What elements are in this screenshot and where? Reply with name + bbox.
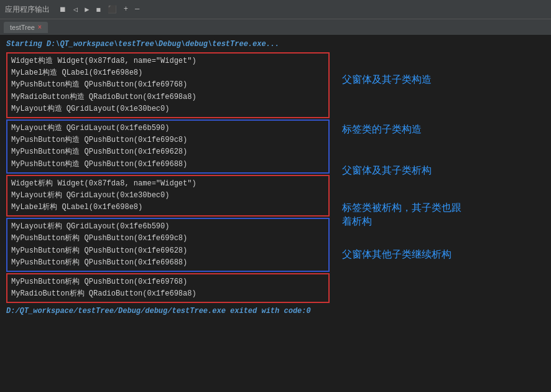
- code-line: MyPushButton析构 QPushButton(0x1fe69768): [11, 276, 325, 288]
- code-line: MyLayout析构 QGridLayout(0x1fe6b590): [11, 221, 325, 233]
- code-line: MyPushButton构造 QPushButton(0x1fe699c8): [11, 134, 325, 146]
- code-line: MyLabel构造 QLabel(0x1fe698e8): [11, 67, 325, 79]
- code-block-1: Widget构造 Widget(0x87fda8, name="Widget")…: [6, 52, 330, 118]
- annotation-1-text: 父窗体及其子类构造: [342, 73, 432, 86]
- code-line: MyRadioButton构造 QRadioButton(0x1fe698a8): [11, 91, 325, 103]
- tab-close-icon[interactable]: ×: [38, 24, 42, 30]
- stop2-icon[interactable]: ⬛: [106, 4, 119, 16]
- code-block-4: MyLayout析构 QGridLayout(0x1fe6b590) MyPus…: [6, 218, 330, 272]
- content-layout: Widget构造 Widget(0x87fda8, name="Widget")…: [6, 52, 545, 304]
- toolbar-icons: ⏹ ◁ ▶ ◼ ⬛ + —: [57, 4, 141, 16]
- code-line: MyLayout构造 QGridLayout(0x1e30bec0): [11, 103, 325, 115]
- toolbar-title: 应用程序输出: [5, 4, 50, 15]
- annotation-4-text: 标签类被析构，其子类也跟着析构: [342, 201, 461, 229]
- code-line: MyPushButton析构 QPushButton(0x1fe69688): [11, 257, 325, 269]
- code-line: MyLayout构造 QGridLayout(0x1fe6b590): [11, 123, 325, 134]
- code-block-3: Widget析构 Widget(0x87fda8, name="Widget")…: [6, 175, 330, 217]
- code-line: MyPushButton析构 QPushButton(0x1fe69628): [11, 245, 325, 257]
- annotation-5: 父窗体其他子类继续析构: [342, 240, 545, 269]
- code-line: MyLayout析构 QGridLayout(0x1e30bec0): [11, 190, 325, 202]
- stop-icon[interactable]: ⏹: [57, 4, 68, 16]
- annotation-2: 标签类的子类构造: [342, 107, 545, 152]
- code-line: Widget析构 Widget(0x87fda8, name="Widget"): [11, 178, 325, 190]
- annotation-area: 父窗体及其子类构造 标签类的子类构造 父窗体及其子类析构 标签类被析构，其子类也…: [330, 52, 545, 304]
- code-line: MyRadioButton析构 QRadioButton(0x1fe698a8): [11, 288, 325, 300]
- annotation-3: 父窗体及其子类析构: [342, 152, 545, 189]
- tabbar: testTree ×: [0, 19, 551, 35]
- play-icon[interactable]: ▶: [83, 4, 91, 16]
- code-block-2: MyLayout构造 QGridLayout(0x1fe6b590) MyPus…: [6, 119, 330, 174]
- code-area: Widget构造 Widget(0x87fda8, name="Widget")…: [6, 52, 330, 304]
- code-line: MyPushButton构造 QPushButton(0x1fe69688): [11, 159, 325, 170]
- pause-icon[interactable]: ◼: [94, 4, 102, 16]
- code-block-5: MyPushButton析构 QPushButton(0x1fe69768) M…: [6, 273, 330, 303]
- code-line: MyPushButton析构 QPushButton(0x1fe699c8): [11, 233, 325, 245]
- starting-line: Starting D:\QT_workspace\testTree\Debug\…: [6, 40, 545, 49]
- annotation-3-text: 父窗体及其子类析构: [342, 164, 432, 177]
- code-line: MyPushButton构造 QPushButton(0x1fe69628): [11, 146, 325, 158]
- code-line: MyPushButton构造 QPushButton(0x1fe69768): [11, 79, 325, 91]
- back-icon[interactable]: ◁: [72, 4, 80, 16]
- code-line: MyLabel析构 QLabel(0x1fe698e8): [11, 202, 325, 213]
- status-line: D:/QT_workspace/testTree/Debug/debug/tes…: [6, 307, 545, 315]
- tab-label: testTree: [10, 24, 35, 31]
- tab-testTree[interactable]: testTree ×: [4, 22, 48, 33]
- annotation-4: 标签类被析构，其子类也跟着析构: [342, 189, 545, 240]
- code-line: Widget构造 Widget(0x87fda8, name="Widget"): [11, 55, 325, 67]
- toolbar: 应用程序输出 ⏹ ◁ ▶ ◼ ⬛ + —: [0, 0, 551, 19]
- annotation-1: 父窗体及其子类构造: [342, 52, 545, 107]
- annotation-2-text: 标签类的子类构造: [342, 123, 422, 136]
- add-icon[interactable]: +: [122, 4, 130, 15]
- output-area: Starting D:\QT_workspace\testTree\Debug\…: [0, 35, 551, 392]
- remove-icon[interactable]: —: [133, 4, 141, 15]
- annotation-5-text: 父窗体其他子类继续析构: [342, 248, 451, 261]
